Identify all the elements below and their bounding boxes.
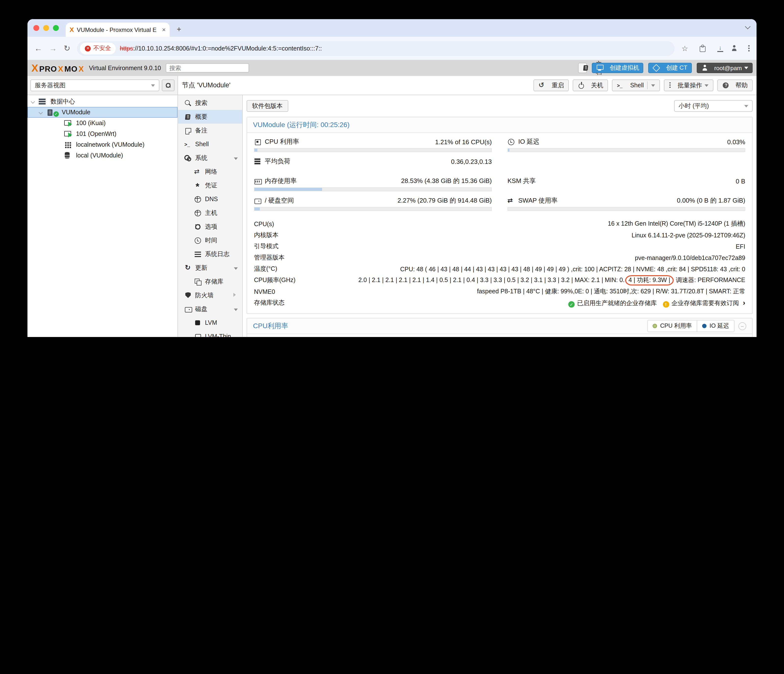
profile-icon[interactable] xyxy=(731,45,738,52)
help-button[interactable]: 帮助 xyxy=(717,80,753,91)
nav-item[interactable]: 搜索 xyxy=(178,96,242,110)
nav-item[interactable]: 概要 xyxy=(178,110,242,123)
expanded-caret-icon xyxy=(234,267,238,272)
nav-item[interactable]: 更新 xyxy=(178,261,242,275)
cpu-usage-stat: CPU 利用率1.21% of 16 CPU(s) xyxy=(254,137,492,152)
power-icon xyxy=(577,82,585,89)
collapse-chart-button[interactable]: − xyxy=(738,322,746,330)
nav-item[interactable]: 时间 xyxy=(178,234,242,247)
security-badge[interactable]: ✕ 不安全 xyxy=(80,42,116,54)
reboot-button[interactable]: 重启 xyxy=(534,80,569,91)
create-ct-button[interactable]: 创建 CT xyxy=(649,63,692,73)
browser-toolbar: ← → ↻ ✕ 不安全 https://10.10.10.254:8006/#v… xyxy=(28,37,756,60)
chart-legend: CPU 利用率 IO 延迟 xyxy=(647,320,734,332)
main-area: ✓ 数据中心 ✓ VUModule ✓ 100 (iKuai) xyxy=(28,95,756,337)
documentation-button[interactable]: 文档 xyxy=(578,63,587,73)
vm-running-icon xyxy=(64,130,72,137)
shutdown-button[interactable]: 关机 xyxy=(573,80,608,91)
expand-caret-icon[interactable] xyxy=(31,100,35,104)
zoom-window-button[interactable] xyxy=(53,25,59,31)
tree-row[interactable]: ✓ 数据中心 xyxy=(28,96,177,107)
global-search-input[interactable] xyxy=(166,63,249,73)
tree-row[interactable]: ✓ localnetwork (VUModule) xyxy=(28,139,177,150)
disk-progress-bar xyxy=(254,207,492,211)
nav-item-label: LVM-Thin xyxy=(205,333,231,337)
new-tab-button[interactable]: + xyxy=(173,23,185,36)
io-progress-bar xyxy=(507,148,745,152)
network-icon xyxy=(194,168,202,175)
datacenter-icon dc-icon xyxy=(39,98,46,105)
extensions-icon[interactable] xyxy=(699,45,706,52)
shell-button[interactable]: Shell xyxy=(612,80,660,91)
hdd-icon xyxy=(254,197,261,204)
nav-item[interactable]: 选项 xyxy=(178,220,242,234)
view-selector[interactable]: 服务器视图 xyxy=(30,80,159,91)
more-chevron-icon[interactable]: › xyxy=(743,298,745,307)
tree-item-label: 101 (OpenWrt) xyxy=(76,131,117,137)
status-panel-header: VUModule (运行时间: 00:25:26) xyxy=(247,117,752,133)
nav-item[interactable]: 主机 xyxy=(178,206,242,220)
tab-close-icon[interactable]: × xyxy=(162,26,166,33)
nav-item[interactable]: 存储库 xyxy=(178,275,242,289)
swap-usage-stat: SWAP 使用率0.00% (0 B 的 1.87 GiB) xyxy=(507,196,745,211)
ksm-sharing-stat: KSM 共享0 B xyxy=(507,176,745,191)
bookmark-star-icon[interactable] xyxy=(681,45,689,52)
expand-caret-icon[interactable] xyxy=(39,110,43,114)
nav-item[interactable]: 备注 xyxy=(178,123,242,137)
nav-item-label: 选项 xyxy=(205,223,217,231)
downloads-icon[interactable]: ↓ xyxy=(717,45,724,52)
nav-item[interactable]: 防火墙 xyxy=(178,289,242,302)
address-bar[interactable]: ✕ 不安全 https://10.10.10.254:8006/#v1:0:=n… xyxy=(77,41,675,56)
legend-dot-green xyxy=(653,324,657,328)
tree-row[interactable]: ✓ 101 (OpenWrt) xyxy=(28,128,177,139)
user-menu-button[interactable]: root@pam xyxy=(697,63,753,73)
minimize-window-button[interactable] xyxy=(43,25,49,31)
nav-item[interactable]: DNS xyxy=(178,192,242,206)
load-average-stat: 平均负荷0.36,0.23,0.13 xyxy=(254,156,492,172)
proxmox-favicon-icon: X xyxy=(70,26,74,33)
expanded-caret-icon xyxy=(234,309,238,313)
updates-icon xyxy=(184,264,192,271)
nav-item-label: Shell xyxy=(195,141,209,148)
package-versions-button[interactable]: 软件包版本 xyxy=(247,100,288,112)
status-panel: VUModule (运行时间: 00:25:26) CPU 利用率1.21% o… xyxy=(247,117,753,314)
create-vm-button[interactable]: 创建虚拟机 xyxy=(592,63,644,73)
nav-item[interactable]: Shell xyxy=(178,137,242,151)
hosts-globe-icon globe-icon xyxy=(194,209,202,217)
nav-item[interactable]: 系统日志 xyxy=(178,247,242,261)
tree-row[interactable]: ✓ VUModule xyxy=(28,107,177,118)
browser-menu-icon[interactable] xyxy=(748,45,750,51)
disk-usage-stat: / 硬盘空间2.27% (20.79 GiB 的 914.48 GiB) xyxy=(254,196,492,211)
nav-item[interactable]: 网络 xyxy=(178,165,242,179)
legend-cpu[interactable]: CPU 利用率 xyxy=(648,320,697,332)
help-icon xyxy=(722,82,730,89)
nav-item-label: LVM xyxy=(205,319,217,326)
book-icon xyxy=(583,64,590,72)
pve-header: XPROXMOX Virtual Environment 9.0.10 文档 创… xyxy=(28,60,756,76)
boot-mode-value: EFI xyxy=(736,243,745,250)
cpu-chart-title: CPU利用率 xyxy=(253,321,288,331)
tree-row[interactable]: ✓ 100 (iKuai) xyxy=(28,118,177,128)
nav-item[interactable]: LVM xyxy=(178,316,242,330)
forward-icon[interactable]: → xyxy=(49,44,57,53)
nav-item[interactable]: 系统 xyxy=(178,151,242,165)
browser-tab[interactable]: X VUModule - Proxmox Virtual E × xyxy=(66,23,170,37)
shell-icon xyxy=(184,140,192,148)
time-range-select[interactable]: 小时 (平均) xyxy=(674,100,753,112)
back-icon[interactable]: ← xyxy=(34,44,42,53)
nav-item[interactable]: 凭证 xyxy=(178,179,242,192)
reload-icon[interactable]: ↻ xyxy=(64,44,70,53)
close-window-button[interactable] xyxy=(33,25,39,31)
nav-item[interactable]: 磁盘 xyxy=(178,302,242,316)
svg-text:7.5: 7.5 xyxy=(261,337,269,337)
bulk-actions-button[interactable]: 批量操作 xyxy=(664,80,713,91)
cpu-chart-body: % 00.511.522.533.544.555.566.577.52025-0… xyxy=(247,334,752,337)
kebab-icon xyxy=(669,82,672,89)
tree-row[interactable]: ✓ local (VUModule) xyxy=(28,150,177,161)
kernel-value: Linux 6.14.11-2-pve (2025-09-12T09:46Z) xyxy=(632,232,745,239)
nav-item[interactable]: LVM-Thin xyxy=(178,330,242,337)
dns-globe-icon globe-icon xyxy=(194,195,202,203)
tab-search-chevron-icon[interactable] xyxy=(745,24,751,30)
tree-options-button[interactable] xyxy=(162,80,174,91)
legend-io[interactable]: IO 延迟 xyxy=(697,320,734,332)
